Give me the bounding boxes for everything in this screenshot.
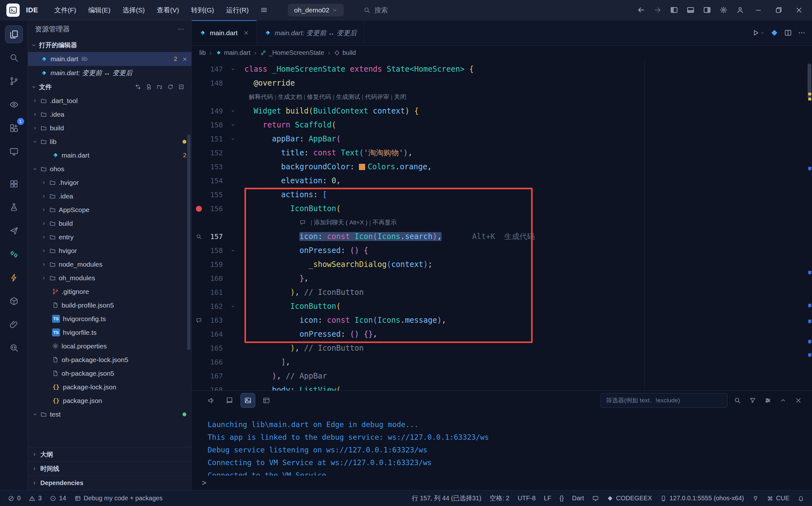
book-icon[interactable] (222, 393, 237, 408)
breadcrumb-homescreenstate[interactable]: _HomeScreenState (260, 49, 324, 57)
fold-icon[interactable] (230, 136, 235, 142)
split-icon[interactable] (784, 29, 792, 37)
chevron-right-icon[interactable] (41, 275, 46, 280)
tree-item-main-dart[interactable]: main.dart2 (28, 148, 191, 162)
sidebar-scrollbar[interactable] (187, 135, 191, 350)
back-icon[interactable] (633, 3, 649, 18)
breadcrumb-build[interactable]: build (334, 49, 356, 57)
activity-zap-icon[interactable] (5, 269, 23, 286)
codelens-生成测试[interactable]: 生成测试 (336, 93, 360, 100)
account-icon[interactable] (732, 3, 748, 18)
menu-运行-r[interactable]: 运行(R) (221, 3, 254, 17)
console-prompt[interactable]: > (192, 476, 812, 490)
status-0[interactable]: 0 (4, 491, 25, 506)
menu-查看-v[interactable]: 查看(V) (151, 3, 185, 17)
code-editor[interactable]: 147class _HomeScreenState extends State<… (192, 60, 812, 391)
menu-编辑-e[interactable]: 编辑(E) (83, 3, 116, 17)
tree-item-build[interactable]: build (28, 121, 191, 135)
tree-item-oh-modules[interactable]: oh_modules (28, 271, 191, 285)
more-h-icon[interactable] (798, 29, 806, 37)
tree-item-hvigor[interactable]: hvigor (28, 244, 191, 257)
chevron-right-icon[interactable] (41, 248, 46, 253)
new-folder-icon[interactable] (156, 84, 163, 90)
debug-console[interactable]: Launching lib\main.dart on Edge in debug… (192, 410, 812, 476)
fold-icon[interactable] (230, 248, 235, 253)
status-14[interactable]: 14 (46, 491, 70, 506)
status-plug-icon[interactable] (748, 491, 763, 506)
filter-icon[interactable] (746, 394, 759, 407)
app-logo[interactable] (6, 3, 20, 17)
codelens-修复代码[interactable]: 修复代码 (307, 93, 331, 100)
status-行-157-列-44-已选择31[interactable]: 行 157, 列 44 (已选择31) (408, 491, 485, 506)
activity-send-icon[interactable] (5, 222, 23, 240)
sidebar-more-icon[interactable] (178, 26, 185, 33)
chevron-down-icon[interactable] (32, 139, 38, 144)
image-icon[interactable] (241, 393, 255, 408)
activity-eye-icon[interactable] (5, 96, 23, 113)
tree-item-entry[interactable]: entry (28, 230, 191, 244)
close-editor-icon[interactable] (182, 57, 188, 62)
status-bell-icon[interactable] (794, 491, 808, 506)
chevron-right-icon[interactable] (41, 194, 46, 199)
global-search[interactable]: 搜索 (363, 6, 388, 15)
tree-item-local-properties[interactable]: local.properties (28, 339, 191, 353)
status-utf-8[interactable]: UTF-8 (514, 491, 540, 506)
status-lf[interactable]: LF (540, 491, 555, 506)
comment-icon[interactable] (196, 317, 202, 323)
chevron-right-icon[interactable] (41, 207, 46, 213)
tree-item-ohos[interactable]: ohos (28, 162, 191, 176)
tree-item-lib[interactable]: lib (28, 135, 191, 148)
collapse-all-icon[interactable] (178, 84, 185, 90)
run-icon[interactable] (752, 29, 765, 37)
search-icon[interactable] (731, 394, 744, 407)
new-file-icon[interactable] (146, 84, 152, 90)
tree-item-idea[interactable]: .idea (28, 107, 191, 121)
section-大纲[interactable]: 大纲 (28, 447, 191, 461)
tree-item-build[interactable]: build (28, 217, 191, 230)
tree-item-appscope[interactable]: AppScope (28, 203, 191, 217)
codelens-解释代码[interactable]: 解释代码 (249, 93, 273, 100)
close-button[interactable] (789, 1, 809, 19)
chevron-right-icon[interactable] (32, 98, 38, 103)
tree-item-dart-tool[interactable]: .dart_tool (28, 94, 191, 107)
chevron-right-icon[interactable] (41, 235, 46, 240)
toggle-sidebar-icon[interactable] (666, 3, 682, 18)
chevron-right-icon[interactable] (41, 262, 46, 267)
breadcrumb-main-dart[interactable]: main.dart (215, 49, 251, 57)
sliders-icon[interactable] (761, 394, 774, 407)
codelens-关闭[interactable]: 关闭 (394, 93, 406, 100)
tree-item-idea[interactable]: .idea (28, 189, 191, 203)
refresh-icon[interactable] (167, 84, 174, 90)
forward-icon[interactable] (650, 3, 665, 18)
chevron-right-icon[interactable] (32, 112, 38, 117)
status-127-0-0-1-5555-ohos-x64[interactable]: 127.0.0.1:5555 (ohos-x64) (656, 491, 748, 506)
status-3[interactable]: 3 (25, 491, 46, 506)
tree-item-gitignore[interactable]: .gitignore (28, 285, 191, 298)
status-空格-2[interactable]: 空格: 2 (485, 491, 513, 506)
toggle-secondary-sidebar-icon[interactable] (699, 3, 715, 18)
status-codegeex[interactable]: CODEGEEX (603, 491, 656, 506)
tree-item-hvigorconfig-ts[interactable]: TShvigorconfig.ts (28, 312, 191, 326)
activity-gems-icon[interactable] (5, 245, 23, 263)
tree-item-node-modules[interactable]: node_modules (28, 257, 191, 271)
tree-item-package-json[interactable]: {}package.json (28, 394, 191, 407)
open-editor-main-dart[interactable]: main.dartlib2 (28, 52, 191, 66)
activity-monitor-icon[interactable] (5, 143, 23, 160)
section-时间线[interactable]: 时间线 (28, 461, 191, 476)
tree-item-build-profile-json5[interactable]: build-profile.json5 (28, 298, 191, 312)
project-selector[interactable]: oh_demo02 (288, 4, 344, 16)
menu-文件-f[interactable]: 文件(F) (49, 3, 82, 17)
fold-icon[interactable] (230, 67, 235, 72)
status-debug-my-code-packages[interactable]: Debug my code + packages (70, 491, 167, 506)
tree-item-test[interactable]: test (28, 407, 191, 421)
activity-files-icon[interactable] (5, 25, 23, 43)
files-header[interactable]: 文件 (28, 80, 191, 94)
speaker-icon[interactable] (204, 393, 218, 408)
fold-icon[interactable] (230, 304, 235, 309)
hint-不再显示[interactable]: 不再显示 (373, 219, 397, 226)
codelens-代码评审[interactable]: 代码评审 (365, 93, 389, 100)
activity-paperclip-icon[interactable] (5, 316, 23, 334)
tree-item-oh-package-json5[interactable]: oh-package.json5 (28, 366, 191, 380)
tree-item-oh-package-lock-json5[interactable]: oh-package-lock.json5 (28, 353, 191, 366)
frame-icon[interactable] (259, 393, 274, 408)
